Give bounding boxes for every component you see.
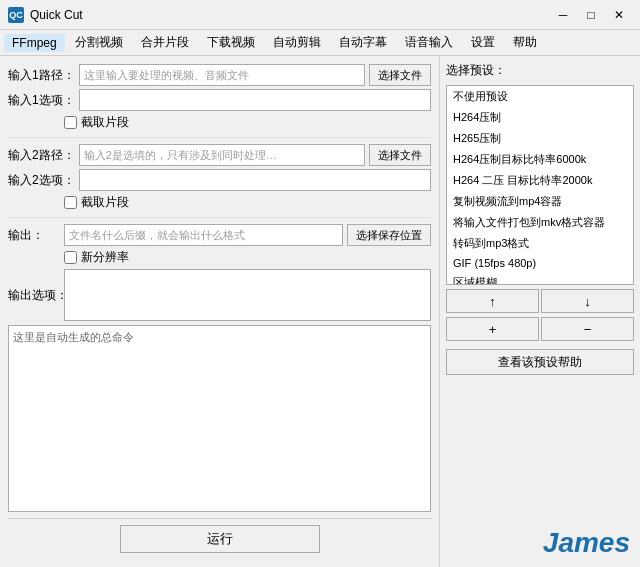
input2-path-label: 输入2路径： bbox=[8, 147, 75, 164]
divider2 bbox=[8, 217, 431, 218]
menu-item-voice-input[interactable]: 语音输入 bbox=[397, 32, 461, 53]
input1-clip-row: 截取片段 bbox=[8, 114, 431, 131]
preset-up-button[interactable]: ↑ bbox=[446, 289, 539, 313]
menu-item-auto-subtitle[interactable]: 自动字幕 bbox=[331, 32, 395, 53]
menu-item-download-video[interactable]: 下载视频 bbox=[199, 32, 263, 53]
input1-option-label: 输入1选项： bbox=[8, 92, 75, 109]
input2-clip-checkbox[interactable] bbox=[64, 196, 77, 209]
preset-label: 选择预设： bbox=[446, 62, 634, 79]
output-path-field[interactable] bbox=[64, 224, 343, 246]
input1-option-row: 输入1选项： bbox=[8, 89, 431, 111]
main-content: 输入1路径： 选择文件 输入1选项： 截取片段 输入2路径： bbox=[0, 56, 640, 567]
title-bar-controls: ─ □ ✕ bbox=[550, 5, 632, 25]
input2-path-row: 输入2路径： 选择文件 bbox=[8, 144, 431, 166]
menu-item-merge-clips[interactable]: 合并片段 bbox=[133, 32, 197, 53]
preset-item[interactable]: 区域模糊 bbox=[447, 272, 633, 285]
preset-nav-addremove: + − bbox=[446, 317, 634, 341]
input1-group: 输入1路径： 选择文件 输入1选项： 截取片段 bbox=[8, 64, 431, 131]
preset-item[interactable]: 转码到mp3格式 bbox=[447, 233, 633, 254]
input1-path-field[interactable] bbox=[79, 64, 365, 86]
app-title: Quick Cut bbox=[30, 8, 83, 22]
command-area: 这里是自动生成的总命令 bbox=[8, 325, 431, 512]
output-options-label: 输出选项： bbox=[8, 287, 60, 304]
menu-bar: FFmpeg分割视频合并片段下载视频自动剪辑自动字幕语音输入设置帮助 bbox=[0, 30, 640, 56]
divider1 bbox=[8, 137, 431, 138]
right-panel: 选择预设： 不使用预设H264压制H265压制H264压制目标比特率6000kH… bbox=[440, 56, 640, 567]
preset-item[interactable]: 将输入文件打包到mkv格式容器 bbox=[447, 212, 633, 233]
input2-clip-label: 截取片段 bbox=[81, 194, 129, 211]
new-resolution-label: 新分辨率 bbox=[81, 249, 129, 266]
preset-item[interactable]: GIF (15fps 480p) bbox=[447, 254, 633, 272]
menu-item-settings[interactable]: 设置 bbox=[463, 32, 503, 53]
command-placeholder: 这里是自动生成的总命令 bbox=[13, 331, 134, 343]
input1-clip-checkbox[interactable] bbox=[64, 116, 77, 129]
minimize-button[interactable]: ─ bbox=[550, 5, 576, 25]
input2-clip-row: 截取片段 bbox=[8, 194, 431, 211]
input2-select-button[interactable]: 选择文件 bbox=[369, 144, 431, 166]
preset-item[interactable]: 复制视频流到mp4容器 bbox=[447, 191, 633, 212]
preset-down-button[interactable]: ↓ bbox=[541, 289, 634, 313]
output-options-row: 输出选项： bbox=[8, 269, 431, 321]
menu-item-auto-cut[interactable]: 自动剪辑 bbox=[265, 32, 329, 53]
preset-nav-updown: ↑ ↓ bbox=[446, 289, 634, 313]
preset-list: 不使用预设H264压制H265压制H264压制目标比特率6000kH264 二压… bbox=[446, 85, 634, 285]
close-button[interactable]: ✕ bbox=[606, 5, 632, 25]
app-icon: QC bbox=[8, 7, 24, 23]
output-select-button[interactable]: 选择保存位置 bbox=[347, 224, 431, 246]
input1-select-button[interactable]: 选择文件 bbox=[369, 64, 431, 86]
preset-item[interactable]: 不使用预设 bbox=[447, 86, 633, 107]
left-panel: 输入1路径： 选择文件 输入1选项： 截取片段 输入2路径： bbox=[0, 56, 440, 567]
menu-item-split-video[interactable]: 分割视频 bbox=[67, 32, 131, 53]
new-resolution-row: 新分辨率 bbox=[8, 249, 431, 266]
input2-option-label: 输入2选项： bbox=[8, 172, 75, 189]
form-area: 输入1路径： 选择文件 输入1选项： 截取片段 输入2路径： bbox=[8, 64, 431, 512]
input2-option-field[interactable] bbox=[79, 169, 431, 191]
preset-add-button[interactable]: + bbox=[446, 317, 539, 341]
preset-item[interactable]: H265压制 bbox=[447, 128, 633, 149]
new-resolution-checkbox[interactable] bbox=[64, 251, 77, 264]
preset-remove-button[interactable]: − bbox=[541, 317, 634, 341]
input1-path-row: 输入1路径： 选择文件 bbox=[8, 64, 431, 86]
run-button[interactable]: 运行 bbox=[120, 525, 320, 553]
run-area: 运行 bbox=[8, 518, 431, 559]
title-bar: QC Quick Cut ─ □ ✕ bbox=[0, 0, 640, 30]
output-path-row: 输出： 选择保存位置 bbox=[8, 224, 431, 246]
output-path-label: 输出： bbox=[8, 227, 60, 244]
input1-clip-label: 截取片段 bbox=[81, 114, 129, 131]
preset-help-button[interactable]: 查看该预设帮助 bbox=[446, 349, 634, 375]
input2-path-field[interactable] bbox=[79, 144, 365, 166]
menu-item-help[interactable]: 帮助 bbox=[505, 32, 545, 53]
input1-path-label: 输入1路径： bbox=[8, 67, 75, 84]
input2-option-row: 输入2选项： bbox=[8, 169, 431, 191]
preset-item[interactable]: H264压制目标比特率6000k bbox=[447, 149, 633, 170]
input1-option-field[interactable] bbox=[79, 89, 431, 111]
input2-group: 输入2路径： 选择文件 输入2选项： 截取片段 bbox=[8, 144, 431, 211]
output-group: 输出： 选择保存位置 新分辨率 输出选项： bbox=[8, 224, 431, 321]
title-bar-left: QC Quick Cut bbox=[8, 7, 83, 23]
menu-item-ffmpeg[interactable]: FFmpeg bbox=[4, 34, 65, 52]
preset-item[interactable]: H264 二压 目标比特率2000k bbox=[447, 170, 633, 191]
preset-item[interactable]: H264压制 bbox=[447, 107, 633, 128]
maximize-button[interactable]: □ bbox=[578, 5, 604, 25]
output-options-field[interactable] bbox=[64, 269, 431, 321]
